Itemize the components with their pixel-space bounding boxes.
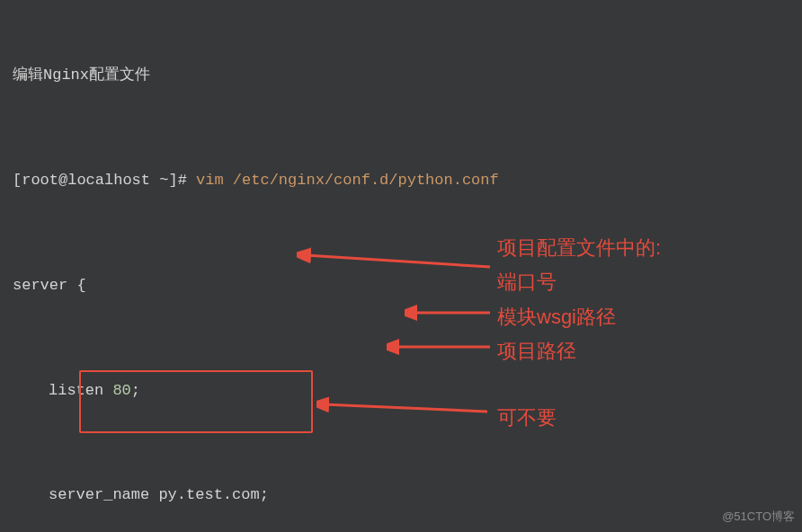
annotation-path: 项目路径 xyxy=(497,335,576,367)
prompt-line: [root@localhost ~]# vim /etc/nginx/conf.… xyxy=(13,168,789,192)
listen-line: listen 80; xyxy=(13,378,789,403)
server-open: server { xyxy=(13,273,789,297)
listen-keyword: listen xyxy=(49,382,112,399)
listen-port: 80 xyxy=(112,382,130,399)
annotation-optional: 可不要 xyxy=(497,402,557,433)
watermark: @51CTO博客 xyxy=(722,508,795,527)
code-block: 编辑Nginx配置文件 [root@localhost ~]# vim /etc… xyxy=(0,0,802,532)
annotation-port-2: 端口号 xyxy=(497,266,557,297)
prompt-user: [root@localhost ~]# xyxy=(13,172,187,189)
annotation-wsgi: 模块wsgi路径 xyxy=(497,301,616,332)
annotation-port-1: 项目配置文件中的: xyxy=(497,232,661,263)
command-text: vim /etc/nginx/conf.d/python.conf xyxy=(196,172,499,189)
server-name-line: server_name py.test.com; xyxy=(13,483,789,507)
title-text: 编辑Nginx配置文件 xyxy=(13,63,789,87)
